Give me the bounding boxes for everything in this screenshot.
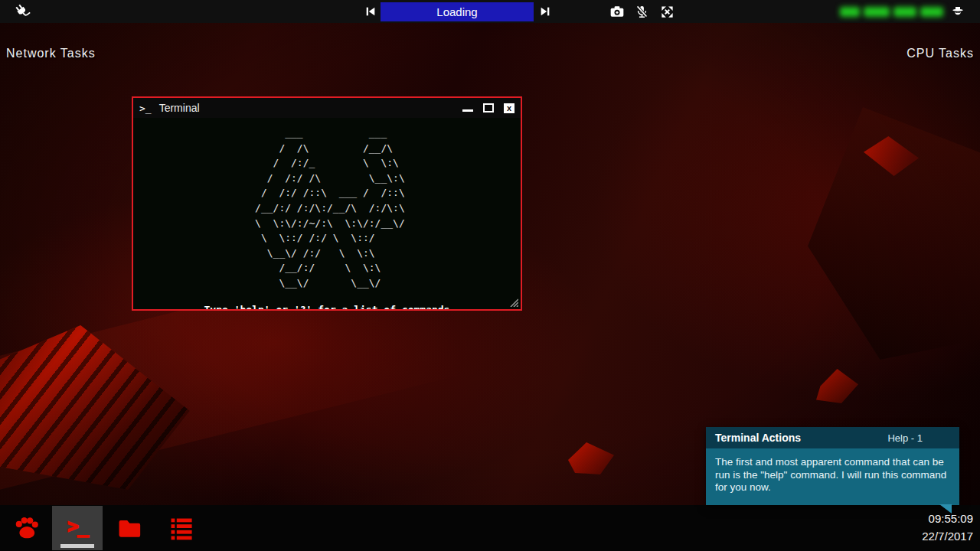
anonymity-spy-icon bbox=[949, 0, 966, 23]
folder-icon bbox=[116, 515, 143, 541]
loading-progress-bar[interactable]: Loading bbox=[381, 2, 534, 21]
taskbar-item-task-list[interactable] bbox=[156, 506, 207, 550]
network-tasks-label: Network Tasks bbox=[6, 47, 96, 60]
tooltip-title: Terminal Actions bbox=[715, 432, 887, 444]
skip-forward-button[interactable] bbox=[537, 0, 553, 23]
tooltip-body-text: The first and most apparent command that… bbox=[706, 448, 959, 505]
tooltip-step-badge: Help - 1 bbox=[887, 432, 923, 444]
tooltip-header: Terminal Actions Help - 1 bbox=[706, 427, 959, 448]
close-button[interactable]: x bbox=[504, 103, 514, 113]
ip-octet-blur bbox=[920, 7, 943, 17]
ip-octet-blur bbox=[840, 7, 860, 17]
resize-handle[interactable] bbox=[508, 297, 518, 307]
top-bar: Loading bbox=[0, 0, 980, 23]
window-title: Terminal bbox=[159, 102, 462, 114]
active-indicator bbox=[60, 544, 94, 548]
task-list-icon bbox=[168, 515, 195, 541]
microphone-muted-icon[interactable] bbox=[632, 0, 651, 23]
paw-icon bbox=[12, 514, 41, 542]
maximize-button[interactable] bbox=[483, 103, 494, 112]
terminal-output-area[interactable]: ___ ___ / /\ /__/\ / /:/_ \ \:\ / /:/ /\… bbox=[133, 118, 521, 309]
tutorial-tooltip: Terminal Actions Help - 1 The first and … bbox=[706, 427, 959, 505]
terminal-help-hint: Type 'help' or '?' for a list of command… bbox=[133, 304, 521, 309]
skip-back-button[interactable] bbox=[363, 0, 378, 23]
ip-octet-blur bbox=[893, 7, 916, 17]
clock: 09:55:09 22/7/2017 bbox=[922, 510, 973, 545]
taskbar: >_ 09:55:09 22/7/2017 bbox=[0, 505, 980, 551]
terminal-message-clipped: Type 'help' or '?' for a list of command… bbox=[133, 302, 521, 309]
taskbar-item-terminal[interactable]: >_ bbox=[52, 506, 103, 550]
taskbar-item-home-paw[interactable] bbox=[2, 506, 52, 550]
fullscreen-icon[interactable] bbox=[657, 0, 677, 23]
taskbar-item-files[interactable] bbox=[104, 506, 155, 550]
game-screen: Loading bbox=[0, 0, 980, 551]
clock-date: 22/7/2017 bbox=[922, 527, 973, 545]
cpu-tasks-label: CPU Tasks bbox=[906, 47, 974, 60]
terminal-prompt-icon: >_ bbox=[139, 103, 152, 114]
minimize-button[interactable] bbox=[462, 109, 473, 112]
terminal-titlebar[interactable]: >_ Terminal x bbox=[133, 98, 521, 118]
terminal-window: >_ Terminal x ___ ___ / /\ /__/\ / /:/_ … bbox=[132, 96, 522, 311]
ip-octet-blur bbox=[864, 7, 890, 17]
camera-icon[interactable] bbox=[607, 0, 627, 23]
ascii-logo: ___ ___ / /\ /__/\ / /:/_ \ \:\ / /:/ /\… bbox=[249, 126, 405, 291]
tooltip-tail bbox=[939, 504, 952, 514]
power-plug-icon[interactable] bbox=[11, 0, 34, 23]
loading-label: Loading bbox=[436, 5, 477, 18]
terminal-icon: >_ bbox=[67, 515, 87, 537]
ip-address-redacted bbox=[840, 0, 943, 23]
